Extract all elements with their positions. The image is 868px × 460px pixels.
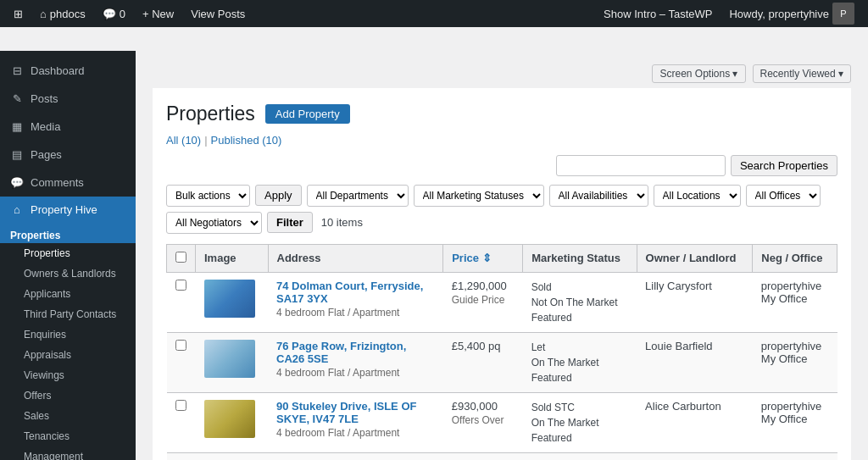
owner-col-header: Owner / Landlord [637, 244, 753, 272]
apply-button[interactable]: Apply [255, 185, 302, 206]
howdy-link[interactable]: Howdy, propertyhive P [722, 0, 861, 27]
media-icon: ▦ [10, 120, 24, 135]
price-col-header[interactable]: Price ⇕ [443, 244, 523, 272]
status-cell-1: Let On The Market Featured [523, 332, 637, 392]
submenu-item-properties[interactable]: Properties [0, 243, 136, 263]
owner-cell-3: Blake Buckland [637, 452, 753, 460]
properties-section-title: Properties [0, 224, 136, 243]
sidebar-item-media[interactable]: ▦ Media [0, 114, 136, 141]
status-cell-2: Sold STC On The Market Featured [523, 392, 637, 452]
sidebar-item-dashboard[interactable]: ⊟ Dashboard [0, 58, 136, 86]
submenu-item-sales[interactable]: Sales [0, 406, 136, 426]
property-address-link-0[interactable]: 74 Dolman Court, Ferryside,SA17 3YX [276, 280, 423, 305]
home-icon: ⌂ [40, 8, 47, 20]
bulk-actions-select[interactable]: Bulk actions [166, 185, 250, 207]
page-title: Properties [166, 102, 255, 127]
office-name-0: My Office [761, 292, 829, 305]
image-cell-3 [196, 452, 269, 460]
owner-name-0: Lilly Carysfort [645, 280, 712, 292]
all-negotiators-select[interactable]: All Negotiators [166, 212, 262, 234]
admin-bar: ⊞ ⌂ phdocs 💬 0 + New View Posts Show Int… [0, 0, 868, 27]
submenu-item-owners-landlords[interactable]: Owners & Landlords [0, 263, 136, 284]
search-button[interactable]: Search Properties [731, 155, 837, 176]
status2-1: On The Market [531, 355, 628, 370]
filter-published[interactable]: Published (10) [211, 134, 282, 147]
all-availabilities-select[interactable]: All Availabilities [549, 185, 648, 207]
row-checkbox-cell-2 [167, 392, 196, 452]
add-property-button[interactable]: Add Property [265, 104, 350, 124]
select-all-checkbox[interactable] [175, 252, 186, 263]
sidebar-item-pages[interactable]: ▤ Pages [0, 141, 136, 169]
status2-0: Not On The Market [531, 295, 628, 310]
table-row: 74 Tempsford Mead,Haverfordwest, SA62 9A… [167, 452, 837, 460]
office-name-1: My Office [761, 352, 829, 365]
status-cell-0: Sold Not On The Market Featured [523, 272, 637, 332]
new-link[interactable]: + New [136, 0, 181, 27]
screen-options-row: Screen Options ▾ Recently Viewed ▾ [153, 64, 851, 83]
screen-options-button[interactable]: Screen Options ▾ [652, 64, 745, 83]
filter-all[interactable]: All (10) [166, 134, 201, 147]
image-cell-2 [196, 392, 269, 452]
submenu-item-management[interactable]: Management [0, 446, 136, 460]
neg-office-cell-1: propertyhive My Office [753, 332, 837, 392]
price-qualifier-0: Guide Price [452, 294, 515, 306]
row-checkbox-2[interactable] [175, 400, 186, 411]
image-cell-1 [196, 332, 269, 392]
submenu-item-enquiries[interactable]: Enquiries [0, 324, 136, 345]
price-cell-1: £5,400 pq [443, 332, 523, 392]
row-checkbox-1[interactable] [175, 340, 186, 351]
neg-office-cell-2: propertyhive My Office [753, 392, 837, 452]
property-type-0: 4 bedroom Flat / Apartment [276, 307, 435, 319]
sidebar-item-comments[interactable]: 💬 Comments [0, 169, 136, 197]
address-cell-0: 74 Dolman Court, Ferryside,SA17 3YX 4 be… [268, 272, 443, 332]
status1-1: Let [531, 340, 628, 355]
neg-office-cell-0: propertyhive My Office [753, 272, 837, 332]
price-qualifier-2: Offers Over [452, 414, 515, 426]
site-name[interactable]: ⌂ phdocs [33, 0, 92, 27]
search-input[interactable] [556, 155, 726, 176]
status1-2: Sold STC [531, 400, 628, 415]
show-intro-link[interactable]: Show Intro – TasteWP [597, 0, 719, 27]
page-title-row: Properties Add Property [166, 102, 837, 127]
items-count: 10 items [321, 216, 363, 229]
property-type-1: 4 bedroom Flat / Apartment [276, 367, 435, 379]
property-thumbnail-0 [204, 280, 255, 318]
dashboard-icon: ⊟ [10, 64, 24, 79]
submenu-item-third-party-contacts[interactable]: Third Party Contacts [0, 304, 136, 324]
property-address-link-2[interactable]: 90 Stukeley Drive, ISLE OFSKYE, IV47 7LE [276, 400, 416, 425]
table-row: 90 Stukeley Drive, ISLE OFSKYE, IV47 7LE… [167, 392, 837, 452]
avatar: P [832, 3, 854, 25]
submenu-item-appraisals[interactable]: Appraisals [0, 345, 136, 365]
comments-link[interactable]: 💬 0 [96, 0, 132, 27]
submenu-item-viewings[interactable]: Viewings [0, 365, 136, 385]
view-posts-link[interactable]: View Posts [184, 0, 252, 27]
comment-icon: 💬 [103, 8, 116, 20]
sidebar-item-posts[interactable]: ✎ Posts [0, 86, 136, 114]
wp-logo[interactable]: ⊞ [7, 0, 30, 27]
image-cell-0 [196, 272, 269, 332]
address-cell-2: 90 Stukeley Drive, ISLE OFSKYE, IV47 7LE… [268, 392, 443, 452]
row-checkbox-0[interactable] [175, 280, 186, 291]
submenu-item-offers[interactable]: Offers [0, 385, 136, 406]
price-cell-0: £1,290,000 Guide Price [443, 272, 523, 332]
table-row: 76 Page Row, Frizington,CA26 5SE 4 bedro… [167, 332, 837, 392]
property-address-link-1[interactable]: 76 Page Row, Frizington,CA26 5SE [276, 340, 406, 365]
submenu-item-tenancies[interactable]: Tenancies [0, 426, 136, 446]
owner-name-2: Alice Carburton [645, 400, 721, 413]
sidebar-item-property-hive[interactable]: ⌂ Property Hive [0, 197, 136, 224]
price-cell-3: £4,200 pcm [443, 452, 523, 460]
all-locations-select[interactable]: All Locations [654, 185, 741, 207]
owner-cell-2: Alice Carburton [637, 392, 753, 452]
content-wrap: Properties Add Property All (10) | Publi… [153, 88, 851, 460]
all-departments-select[interactable]: All Departments [307, 185, 409, 207]
submenu-item-applicants[interactable]: Applicants [0, 284, 136, 304]
table-row: 74 Dolman Court, Ferryside,SA17 3YX 4 be… [167, 272, 837, 332]
all-marketing-statuses-select[interactable]: All Marketing Statuses [414, 185, 544, 207]
filter-button[interactable]: Filter [267, 212, 313, 233]
all-offices-select[interactable]: All Offices [746, 185, 821, 207]
status1-0: Sold [531, 280, 628, 295]
price-value-1: £5,400 pq [452, 340, 515, 352]
property-thumbnail-1 [204, 340, 255, 378]
recently-viewed-button[interactable]: Recently Viewed ▾ [753, 64, 852, 83]
image-col-header: Image [196, 244, 269, 272]
